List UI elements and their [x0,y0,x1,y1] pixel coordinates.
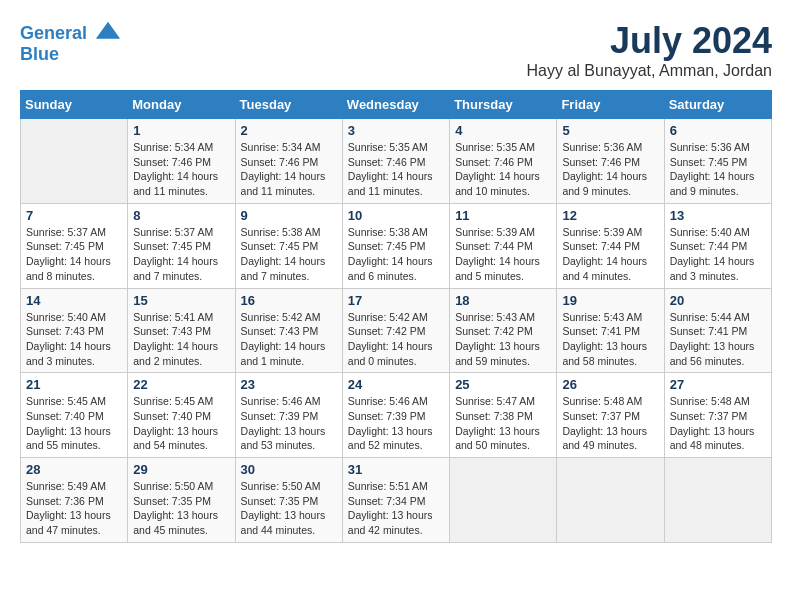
day-cell: 19Sunrise: 5:43 AM Sunset: 7:41 PM Dayli… [557,288,664,373]
day-cell: 31Sunrise: 5:51 AM Sunset: 7:34 PM Dayli… [342,458,449,543]
day-info: Sunrise: 5:46 AM Sunset: 7:39 PM Dayligh… [241,394,337,453]
day-number: 25 [455,377,551,392]
day-cell [21,119,128,204]
day-cell: 8Sunrise: 5:37 AM Sunset: 7:45 PM Daylig… [128,203,235,288]
day-number: 8 [133,208,229,223]
day-info: Sunrise: 5:48 AM Sunset: 7:37 PM Dayligh… [670,394,766,453]
day-info: Sunrise: 5:38 AM Sunset: 7:45 PM Dayligh… [241,225,337,284]
day-info: Sunrise: 5:37 AM Sunset: 7:45 PM Dayligh… [26,225,122,284]
svg-marker-0 [96,22,120,39]
calendar-table: SundayMondayTuesdayWednesdayThursdayFrid… [20,90,772,543]
day-cell: 29Sunrise: 5:50 AM Sunset: 7:35 PM Dayli… [128,458,235,543]
day-number: 19 [562,293,658,308]
day-info: Sunrise: 5:42 AM Sunset: 7:42 PM Dayligh… [348,310,444,369]
day-number: 4 [455,123,551,138]
day-cell: 21Sunrise: 5:45 AM Sunset: 7:40 PM Dayli… [21,373,128,458]
day-cell: 13Sunrise: 5:40 AM Sunset: 7:44 PM Dayli… [664,203,771,288]
day-info: Sunrise: 5:35 AM Sunset: 7:46 PM Dayligh… [455,140,551,199]
week-row-3: 14Sunrise: 5:40 AM Sunset: 7:43 PM Dayli… [21,288,772,373]
day-number: 10 [348,208,444,223]
day-cell: 6Sunrise: 5:36 AM Sunset: 7:45 PM Daylig… [664,119,771,204]
day-cell: 11Sunrise: 5:39 AM Sunset: 7:44 PM Dayli… [450,203,557,288]
day-number: 17 [348,293,444,308]
day-info: Sunrise: 5:40 AM Sunset: 7:43 PM Dayligh… [26,310,122,369]
day-info: Sunrise: 5:44 AM Sunset: 7:41 PM Dayligh… [670,310,766,369]
day-info: Sunrise: 5:42 AM Sunset: 7:43 PM Dayligh… [241,310,337,369]
title-section: July 2024 Hayy al Bunayyat, Amman, Jorda… [527,20,772,80]
month-title: July 2024 [527,20,772,62]
day-cell: 14Sunrise: 5:40 AM Sunset: 7:43 PM Dayli… [21,288,128,373]
day-info: Sunrise: 5:48 AM Sunset: 7:37 PM Dayligh… [562,394,658,453]
header-cell-wednesday: Wednesday [342,91,449,119]
day-number: 15 [133,293,229,308]
day-info: Sunrise: 5:36 AM Sunset: 7:46 PM Dayligh… [562,140,658,199]
day-cell: 30Sunrise: 5:50 AM Sunset: 7:35 PM Dayli… [235,458,342,543]
day-number: 31 [348,462,444,477]
header-cell-saturday: Saturday [664,91,771,119]
day-number: 7 [26,208,122,223]
header-cell-sunday: Sunday [21,91,128,119]
day-cell: 2Sunrise: 5:34 AM Sunset: 7:46 PM Daylig… [235,119,342,204]
day-number: 1 [133,123,229,138]
day-info: Sunrise: 5:50 AM Sunset: 7:35 PM Dayligh… [133,479,229,538]
week-row-2: 7Sunrise: 5:37 AM Sunset: 7:45 PM Daylig… [21,203,772,288]
day-info: Sunrise: 5:45 AM Sunset: 7:40 PM Dayligh… [26,394,122,453]
day-number: 5 [562,123,658,138]
day-cell: 27Sunrise: 5:48 AM Sunset: 7:37 PM Dayli… [664,373,771,458]
day-info: Sunrise: 5:43 AM Sunset: 7:42 PM Dayligh… [455,310,551,369]
day-info: Sunrise: 5:36 AM Sunset: 7:45 PM Dayligh… [670,140,766,199]
day-number: 13 [670,208,766,223]
day-number: 27 [670,377,766,392]
day-info: Sunrise: 5:37 AM Sunset: 7:45 PM Dayligh… [133,225,229,284]
day-info: Sunrise: 5:39 AM Sunset: 7:44 PM Dayligh… [455,225,551,284]
day-number: 12 [562,208,658,223]
week-row-4: 21Sunrise: 5:45 AM Sunset: 7:40 PM Dayli… [21,373,772,458]
day-cell: 17Sunrise: 5:42 AM Sunset: 7:42 PM Dayli… [342,288,449,373]
day-number: 23 [241,377,337,392]
day-cell: 23Sunrise: 5:46 AM Sunset: 7:39 PM Dayli… [235,373,342,458]
day-number: 2 [241,123,337,138]
week-row-5: 28Sunrise: 5:49 AM Sunset: 7:36 PM Dayli… [21,458,772,543]
day-cell: 24Sunrise: 5:46 AM Sunset: 7:39 PM Dayli… [342,373,449,458]
day-cell: 10Sunrise: 5:38 AM Sunset: 7:45 PM Dayli… [342,203,449,288]
day-info: Sunrise: 5:45 AM Sunset: 7:40 PM Dayligh… [133,394,229,453]
day-number: 14 [26,293,122,308]
day-cell: 25Sunrise: 5:47 AM Sunset: 7:38 PM Dayli… [450,373,557,458]
day-cell: 4Sunrise: 5:35 AM Sunset: 7:46 PM Daylig… [450,119,557,204]
day-info: Sunrise: 5:34 AM Sunset: 7:46 PM Dayligh… [133,140,229,199]
day-number: 20 [670,293,766,308]
day-number: 3 [348,123,444,138]
logo: General Blue [20,20,122,65]
header-cell-thursday: Thursday [450,91,557,119]
day-info: Sunrise: 5:43 AM Sunset: 7:41 PM Dayligh… [562,310,658,369]
day-cell: 12Sunrise: 5:39 AM Sunset: 7:44 PM Dayli… [557,203,664,288]
day-number: 22 [133,377,229,392]
day-cell [664,458,771,543]
header-cell-friday: Friday [557,91,664,119]
day-cell: 16Sunrise: 5:42 AM Sunset: 7:43 PM Dayli… [235,288,342,373]
day-cell [557,458,664,543]
day-info: Sunrise: 5:39 AM Sunset: 7:44 PM Dayligh… [562,225,658,284]
week-row-1: 1Sunrise: 5:34 AM Sunset: 7:46 PM Daylig… [21,119,772,204]
day-cell: 15Sunrise: 5:41 AM Sunset: 7:43 PM Dayli… [128,288,235,373]
day-cell: 18Sunrise: 5:43 AM Sunset: 7:42 PM Dayli… [450,288,557,373]
day-number: 11 [455,208,551,223]
day-info: Sunrise: 5:51 AM Sunset: 7:34 PM Dayligh… [348,479,444,538]
location-title: Hayy al Bunayyat, Amman, Jordan [527,62,772,80]
day-info: Sunrise: 5:47 AM Sunset: 7:38 PM Dayligh… [455,394,551,453]
day-cell: 20Sunrise: 5:44 AM Sunset: 7:41 PM Dayli… [664,288,771,373]
day-cell: 22Sunrise: 5:45 AM Sunset: 7:40 PM Dayli… [128,373,235,458]
day-info: Sunrise: 5:46 AM Sunset: 7:39 PM Dayligh… [348,394,444,453]
day-info: Sunrise: 5:41 AM Sunset: 7:43 PM Dayligh… [133,310,229,369]
day-cell: 3Sunrise: 5:35 AM Sunset: 7:46 PM Daylig… [342,119,449,204]
day-number: 21 [26,377,122,392]
header-cell-tuesday: Tuesday [235,91,342,119]
day-info: Sunrise: 5:49 AM Sunset: 7:36 PM Dayligh… [26,479,122,538]
day-cell: 1Sunrise: 5:34 AM Sunset: 7:46 PM Daylig… [128,119,235,204]
day-cell: 5Sunrise: 5:36 AM Sunset: 7:46 PM Daylig… [557,119,664,204]
day-number: 9 [241,208,337,223]
day-cell [450,458,557,543]
day-cell: 28Sunrise: 5:49 AM Sunset: 7:36 PM Dayli… [21,458,128,543]
day-number: 26 [562,377,658,392]
day-number: 29 [133,462,229,477]
